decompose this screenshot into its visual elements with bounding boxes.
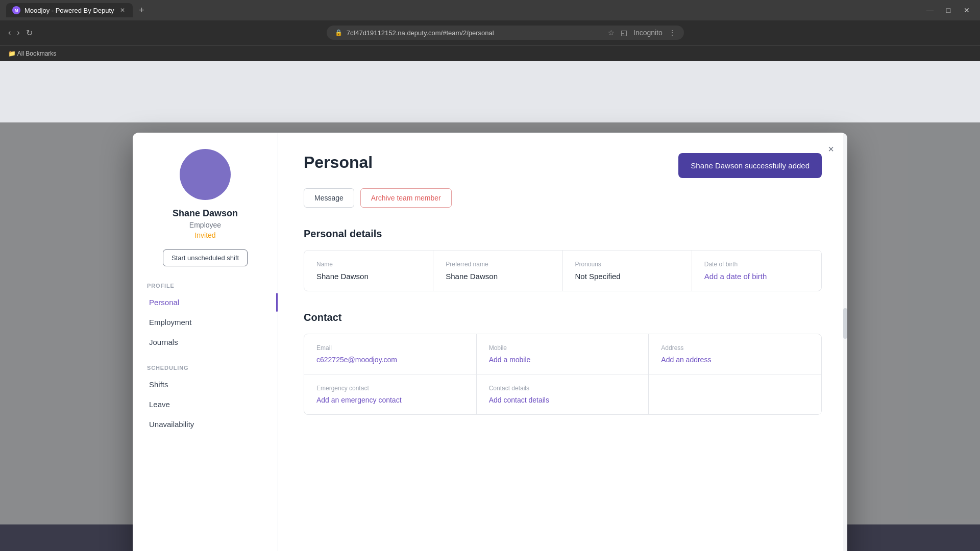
bookmarks-label: 📁 All Bookmarks — [8, 50, 56, 57]
email-value[interactable]: c622725e@moodjoy.com — [316, 356, 464, 364]
browser-titlebar: M Moodjoy - Powered By Deputy ✕ + — □ ✕ — [0, 0, 980, 20]
refresh-button[interactable]: ↻ — [26, 28, 33, 38]
forward-button[interactable]: › — [17, 28, 19, 37]
tab-favicon: M — [12, 6, 20, 14]
scheduling-section-label: SCHEDULING — [143, 365, 189, 371]
pronouns-cell: Pronouns Not Specified — [563, 251, 692, 291]
email-label: Email — [316, 344, 464, 352]
email-cell: Email c622725e@moodjoy.com — [304, 334, 477, 374]
tab-title: Moodjoy - Powered By Deputy — [24, 7, 114, 14]
address-value[interactable]: Add an address — [661, 356, 809, 364]
start-shift-button[interactable]: Start unscheduled shift — [163, 249, 248, 266]
minimize-button[interactable]: — — [923, 3, 937, 17]
contact-details-value[interactable]: Add contact details — [489, 396, 636, 404]
contact-section-title: Contact — [304, 312, 822, 323]
archive-button[interactable]: Archive team member — [360, 188, 452, 208]
sidebar-role: Employee — [189, 221, 221, 229]
pronouns-value: Not Specified — [575, 272, 679, 281]
dob-value[interactable]: Add a date of birth — [704, 272, 809, 281]
sidebar-item-journals[interactable]: Journals — [143, 333, 267, 352]
sidebar-item-leave[interactable]: Leave — [143, 395, 267, 414]
contact-details-label: Contact details — [489, 385, 636, 392]
close-window-button[interactable]: ✕ — [960, 3, 974, 17]
bookmark-icon[interactable]: ☆ — [608, 29, 615, 37]
dob-label: Date of birth — [704, 261, 809, 268]
maximize-button[interactable]: □ — [941, 3, 955, 17]
pronouns-label: Pronouns — [575, 261, 679, 268]
empty-cell — [649, 374, 821, 414]
main-content: × Shane Dawson successfully added Person… — [278, 133, 847, 551]
sidebar-item-unavailability[interactable]: Unavailability — [143, 415, 267, 434]
window-controls: — □ ✕ — [923, 3, 974, 17]
contact-grid: Email c622725e@moodjoy.com Mobile Add a … — [304, 334, 822, 415]
sidebar-item-personal[interactable]: Personal — [143, 293, 267, 312]
name-label: Name — [316, 261, 421, 268]
personal-details-grid: Name Shane Dawson Preferred name Shane D… — [304, 250, 822, 291]
sidebar: Shane Dawson Employee Invited Start unsc… — [133, 133, 278, 551]
success-notification: Shane Dawson successfully added — [678, 153, 822, 178]
preferred-name-value: Shane Dawson — [446, 272, 550, 281]
browser-addressbar: ‹ › ↻ 🔒 7cf47d19112152.na.deputy.com/#te… — [0, 20, 980, 45]
new-tab-button[interactable]: + — [135, 3, 149, 17]
extension-icon[interactable]: ◱ — [621, 29, 627, 37]
name-value: Shane Dawson — [316, 272, 421, 281]
modal: Shane Dawson Employee Invited Start unsc… — [133, 133, 847, 551]
address-cell: Address Add an address — [649, 334, 821, 374]
personal-details-title: Personal details — [304, 228, 822, 240]
sidebar-item-employment[interactable]: Employment — [143, 313, 267, 332]
profile-section-label: PROFILE — [143, 283, 175, 289]
profile-nav: Personal Employment Journals — [143, 293, 267, 353]
browser-chrome: M Moodjoy - Powered By Deputy ✕ + — □ ✕ … — [0, 0, 980, 61]
tab-close-button[interactable]: ✕ — [118, 6, 127, 14]
sidebar-item-shifts[interactable]: Shifts — [143, 375, 267, 394]
mobile-cell: Mobile Add a mobile — [477, 334, 649, 374]
browser-tab[interactable]: M Moodjoy - Powered By Deputy ✕ — [6, 3, 133, 17]
scrollbar-thumb — [843, 308, 847, 339]
sidebar-status: Invited — [194, 231, 215, 239]
emergency-label: Emergency contact — [316, 385, 464, 392]
back-button[interactable]: ‹ — [8, 28, 11, 37]
url-text: 7cf47d19112152.na.deputy.com/#team/2/per… — [347, 29, 494, 37]
preferred-name-label: Preferred name — [446, 261, 550, 268]
dob-cell: Date of birth Add a date of birth — [692, 251, 821, 291]
action-buttons: Message Archive team member — [304, 188, 822, 208]
browser-bookmarks: 📁 All Bookmarks — [0, 45, 980, 61]
modal-backdrop: Shane Dawson Employee Invited Start unsc… — [0, 122, 980, 524]
sidebar-name: Shane Dawson — [173, 208, 238, 219]
scheduling-nav: Shifts Leave Unavailability — [143, 375, 267, 435]
scrollbar-track[interactable] — [843, 133, 847, 551]
contact-details-cell: Contact details Add contact details — [477, 374, 649, 414]
avatar — [180, 149, 231, 200]
preferred-name-cell: Preferred name Shane Dawson — [433, 251, 562, 291]
address-actions: ☆ ◱ Incognito ⋮ — [608, 29, 676, 37]
menu-icon[interactable]: ⋮ — [669, 29, 676, 37]
emergency-cell: Emergency contact Add an emergency conta… — [304, 374, 477, 414]
message-button[interactable]: Message — [304, 188, 354, 208]
address-bar[interactable]: 🔒 7cf47d19112152.na.deputy.com/#team/2/p… — [327, 26, 684, 40]
address-label: Address — [661, 344, 809, 352]
mobile-label: Mobile — [489, 344, 636, 352]
emergency-value[interactable]: Add an emergency contact — [316, 396, 464, 404]
close-button[interactable]: × — [823, 141, 839, 157]
incognito-label: Incognito — [633, 29, 663, 37]
lock-icon: 🔒 — [335, 29, 342, 36]
mobile-value[interactable]: Add a mobile — [489, 356, 636, 364]
name-cell: Name Shane Dawson — [304, 251, 433, 291]
